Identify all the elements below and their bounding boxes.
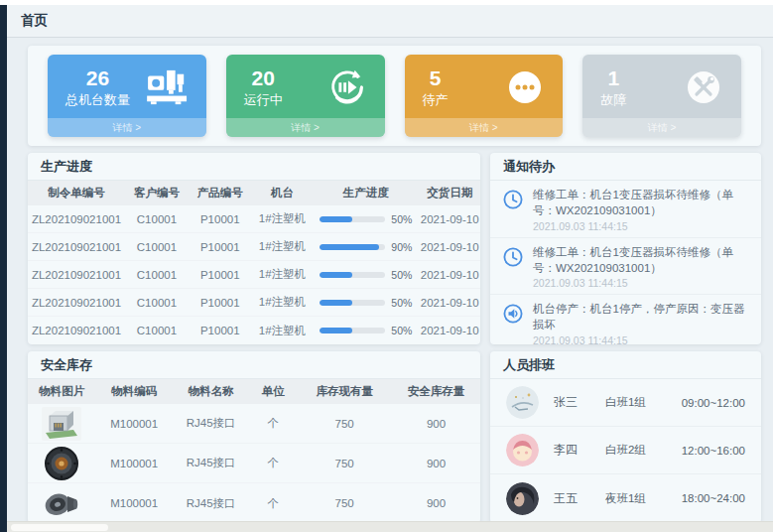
machine-icon: [147, 66, 191, 109]
col-name: 物料名称: [173, 384, 250, 399]
schedule-row: 李四 白班2组 12:00~16:00: [490, 427, 761, 474]
col-product: 产品编号: [189, 186, 252, 200]
progress-bar: [320, 300, 385, 306]
material-name: RJ45接口: [173, 496, 250, 511]
shift-time: 18:00~24:00: [682, 492, 745, 504]
col-code: 物料编码: [95, 384, 173, 399]
col-date: 交货日期: [419, 186, 480, 200]
safety-stock-panel: 安全库存 物料图片 物料编码 物料名称 单位 库存现有量 安全库存量 M1000…: [28, 351, 480, 523]
stat-value: 20: [244, 66, 283, 91]
sidebar-edge: [0, 5, 7, 532]
progress-bar: [320, 244, 385, 250]
notification-item[interactable]: 维修工单：机台1变压器损坏待维修（单号：WX202109031001） 2021…: [490, 238, 761, 296]
round-speaker-image: [28, 446, 95, 481]
order-no: ZL202109021001: [28, 213, 125, 225]
cone-speaker-image: [28, 486, 95, 520]
schedule-row: 王五 夜班1组 18:00~24:00: [490, 474, 761, 522]
production-progress-panel: 生产进度 制令单编号 客户编号 产品编号 机台 生产进度 交货日期 ZL2021…: [28, 153, 480, 344]
material-code: M100001: [95, 418, 173, 430]
machine-name: 1#注塑机: [252, 295, 314, 310]
stat-value: 1: [600, 66, 626, 91]
pending-icon: [503, 66, 547, 109]
delivery-date: 2021-09-10: [419, 213, 480, 225]
safety-qty: 900: [392, 418, 480, 430]
progress-label: 50%: [391, 269, 412, 281]
clock-icon: [502, 189, 524, 210]
col-unit: 单位: [249, 384, 297, 399]
notification-item[interactable]: 机台停产：机台1停产，停产原因：变压器损坏 2021.09.03 11:44:1…: [490, 295, 761, 344]
delivery-date: 2021-09-10: [419, 297, 480, 309]
progress-label: 50%: [391, 325, 412, 336]
bottom-row: 安全库存 物料图片 物料编码 物料名称 单位 库存现有量 安全库存量 M1000…: [28, 351, 761, 523]
progress-label: 50%: [391, 297, 412, 309]
personnel-schedule-panel: 人员排班 张三 白班1组 09:00~12:00 李四: [490, 351, 761, 523]
tab-home[interactable]: 首页: [21, 12, 48, 30]
stat-label: 待产: [423, 92, 449, 109]
stat-value: 26: [65, 66, 130, 91]
notification-text: 维修工单：机台1变压器损坏待维修（单号：WX202109031001）: [533, 188, 749, 219]
product-no: P10001: [189, 213, 252, 225]
table-row: ZL202109021001 C10001 P10001 1#注塑机 90% 2…: [28, 233, 480, 261]
avatar: [506, 434, 539, 466]
avatar: [506, 482, 539, 515]
clock-icon: [502, 246, 524, 268]
horizontal-scrollbar[interactable]: [7, 521, 773, 532]
detail-link[interactable]: 详情 >: [48, 118, 206, 137]
stock-qty: 750: [297, 458, 392, 469]
panel-title: 生产进度: [28, 153, 480, 181]
stat-card-pending[interactable]: 5 待产 详情 >: [405, 55, 564, 137]
speaker-icon: [502, 303, 524, 325]
col-safety: 安全库存量: [392, 384, 480, 399]
production-table-header: 制令单编号 客户编号 产品编号 机台 生产进度 交货日期: [28, 181, 480, 205]
table-row: ZL202109021001 C10001 P10001 1#注塑机 50% 2…: [28, 317, 480, 344]
col-customer: 客户编号: [125, 186, 189, 200]
safety-qty: 900: [392, 497, 480, 509]
stat-card-total-machines[interactable]: 26 总机台数量: [48, 55, 206, 137]
machine-name: 1#注塑机: [252, 324, 314, 338]
notification-time: 2021.09.03 11:44:15: [533, 334, 749, 344]
stat-label: 故障: [600, 92, 626, 109]
machine-name: 1#注塑机: [252, 211, 314, 226]
notification-item[interactable]: 维修工单：机台1变压器损坏待维修（单号：WX202109031001） 2021…: [490, 181, 761, 238]
machine-name: 1#注塑机: [252, 267, 314, 282]
detail-link[interactable]: 详情 >: [582, 118, 741, 137]
material-name: RJ45接口: [173, 416, 250, 431]
order-no: ZL202109021001: [28, 325, 125, 336]
col-order: 制令单编号: [28, 186, 125, 200]
worker-name: 王五: [554, 490, 605, 507]
notification-text: 维修工单：机台1变压器损坏待维修（单号：WX202109031001）: [533, 245, 749, 277]
notification-text: 机台停产：机台1停产，停产原因：变压器损坏: [533, 302, 749, 333]
panel-title: 安全库存: [28, 351, 480, 379]
inventory-table-header: 物料图片 物料编码 物料名称 单位 库存现有量 安全库存量: [28, 379, 480, 404]
table-row: ZL202109021001 C10001 P10001 1#注塑机 50% 2…: [28, 289, 480, 317]
tab-bar: 首页: [7, 5, 773, 38]
main-area: 26 总机台数量: [7, 38, 773, 532]
notifications-panel: 通知待办 维修工单：机台1变压器损坏待维修（单号：WX202109031001）…: [490, 153, 761, 344]
machine-name: 1#注塑机: [252, 239, 314, 254]
panel-title: 通知待办: [490, 153, 761, 181]
schedule-row: 张三 白班1组 09:00~12:00: [490, 379, 761, 427]
safety-qty: 900: [392, 458, 480, 469]
rj45-connector-image: [28, 407, 95, 441]
fault-icon: [682, 66, 725, 109]
progress-bar: [320, 328, 385, 333]
stat-value: 5: [423, 66, 449, 91]
stock-qty: 750: [297, 497, 392, 509]
scrollbar-thumb[interactable]: [11, 524, 108, 531]
stat-card-fault[interactable]: 1 故障: [582, 55, 741, 137]
material-unit: 个: [249, 416, 297, 431]
worker-name: 李四: [554, 442, 605, 459]
product-no: P10001: [189, 297, 252, 309]
table-row: M100001 RJ45接口 个 750 900: [28, 483, 480, 523]
stat-card-running[interactable]: 20 运行中: [226, 55, 385, 137]
order-no: ZL202109021001: [28, 269, 125, 281]
table-row: ZL202109021001 C10001 P10001 1#注塑机 50% 2…: [28, 261, 480, 289]
product-no: P10001: [189, 241, 252, 253]
stock-qty: 750: [297, 418, 392, 430]
customer-no: C10001: [125, 325, 189, 336]
shift-time: 12:00~16:00: [682, 445, 745, 457]
content-area: 首页 26 总机台数量: [7, 5, 773, 532]
detail-link[interactable]: 详情 >: [226, 118, 385, 137]
col-machine: 机台: [252, 186, 314, 200]
detail-link[interactable]: 详情 >: [405, 118, 564, 137]
